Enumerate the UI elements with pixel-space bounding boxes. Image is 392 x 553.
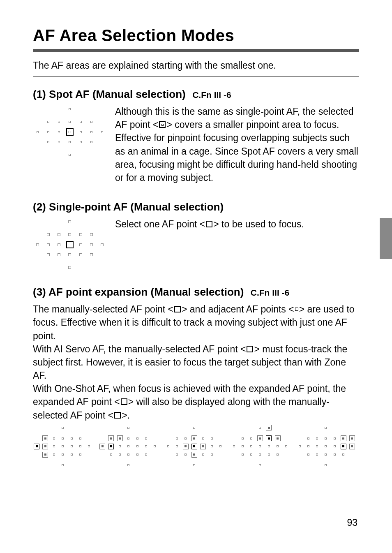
af-cell (76, 138, 85, 146)
desc-expansion-2: With AI Servo AF, the manually-selected … (33, 342, 359, 382)
af-cell (65, 241, 74, 249)
af-cell (44, 128, 53, 137)
af-point-icon (202, 437, 204, 440)
af-cell (65, 128, 74, 137)
af-adjacent-point-icon (349, 435, 355, 441)
af-single-point-icon (121, 398, 127, 405)
t: > to be used to focus. (213, 219, 304, 229)
page-title: AF Area Selection Modes (33, 26, 359, 45)
af-cell (134, 435, 141, 442)
af-adjacent-point-icon (42, 444, 48, 449)
af-cell (322, 462, 330, 469)
af-cell (87, 128, 96, 137)
af-point-icon (334, 437, 336, 440)
af-cell (230, 435, 238, 442)
af-cell (239, 435, 246, 442)
af-cell (265, 443, 272, 450)
af-point-icon (277, 445, 279, 447)
heading-expansion: (3) AF point expansion (Manual selection… (33, 286, 244, 298)
af-cell (348, 451, 356, 458)
af-point-icon (53, 454, 55, 456)
af-point-icon (101, 243, 104, 246)
af-cell (164, 462, 172, 469)
af-cell (348, 443, 356, 450)
af-cell (339, 451, 347, 458)
af-cell (230, 424, 238, 431)
af-point-icon (145, 445, 147, 447)
af-point-icon (268, 445, 270, 447)
af-point-icon (334, 454, 336, 456)
af-point-icon (167, 445, 169, 447)
af-cell (164, 424, 172, 431)
af-cell (51, 451, 58, 458)
af-point-icon (307, 445, 309, 447)
af-cell (85, 424, 93, 431)
af-cell (142, 462, 150, 469)
af-point-icon (307, 437, 309, 440)
af-point-icon (110, 454, 112, 456)
af-point-icon (202, 454, 204, 456)
af-cell (59, 424, 67, 431)
af-cell (208, 443, 215, 450)
af-point-icon (136, 445, 138, 447)
af-cell (116, 424, 124, 431)
af-cell (182, 424, 189, 431)
af-cell (87, 150, 96, 159)
af-cell (173, 462, 180, 469)
af-point-icon (62, 427, 64, 429)
af-cell (107, 424, 115, 431)
af-point-icon (127, 464, 129, 466)
section-expansion: (3) AF point expansion (Manual selection… (33, 286, 359, 466)
af-point-icon (62, 445, 64, 447)
diagram-expansion-row (33, 427, 359, 466)
af-point-icon (268, 454, 270, 456)
af-cell (322, 451, 330, 458)
af-cell (304, 462, 312, 469)
af-point-icon (176, 445, 178, 447)
af-point-icon (90, 131, 92, 133)
af-cell (68, 451, 75, 458)
af-cell (33, 251, 42, 259)
af-cell (125, 443, 132, 450)
af-point-icon (47, 253, 50, 256)
af-cell (76, 263, 85, 272)
af-cell (230, 462, 238, 469)
af-point-icon (47, 121, 49, 123)
af-point-icon (80, 141, 82, 143)
af-point-icon (259, 445, 261, 447)
af-cell (87, 118, 96, 126)
af-point-icon (58, 141, 60, 143)
af-selected-point-icon (66, 128, 74, 136)
af-adjacent-point-icon (257, 435, 263, 441)
af-cell (256, 424, 264, 431)
af-cell (65, 105, 74, 113)
af-cell (239, 424, 246, 431)
af-cell (44, 217, 53, 226)
af-cell (339, 462, 347, 469)
af-cell (304, 451, 312, 458)
af-cell (173, 451, 180, 458)
af-cell (331, 435, 338, 442)
desc-single: Select one AF point <> to be used to foc… (115, 217, 359, 231)
af-point-icon (68, 253, 71, 256)
af-cell (44, 241, 53, 249)
af-cell (322, 435, 330, 442)
af-adjacent-point-icon (99, 444, 105, 449)
af-cell (151, 435, 159, 442)
af-point-icon (71, 437, 73, 440)
af-point-icon (136, 437, 138, 440)
af-adjacent-point-icon (341, 435, 346, 441)
af-cell (55, 251, 64, 259)
af-point-icon (242, 454, 244, 456)
af-point-icon (58, 253, 60, 256)
af-single-point-icon (247, 346, 253, 352)
af-cell (265, 435, 272, 442)
af-cell (182, 443, 189, 450)
af-cell (208, 424, 215, 431)
af-point-icon (211, 445, 213, 447)
diagram-expansion-variant (164, 427, 224, 466)
af-cell (217, 451, 224, 458)
af-cell (265, 424, 272, 431)
af-cell (76, 118, 85, 126)
af-cell (339, 424, 347, 431)
